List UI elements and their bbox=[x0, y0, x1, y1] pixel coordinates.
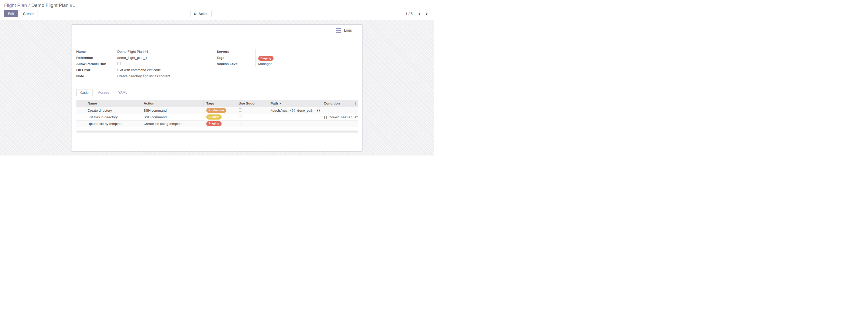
sort-desc-icon bbox=[279, 103, 281, 104]
use-sudo-checkbox[interactable] bbox=[239, 108, 242, 112]
field-value-note: Create directory and list its content bbox=[115, 73, 217, 79]
bottom-panel-edge bbox=[0, 154, 434, 156]
form-sheet-header: Logs bbox=[72, 25, 362, 36]
table-header-row: Name Action Tags Use Sudo Path Condition… bbox=[76, 100, 358, 107]
field-group-right: Servers Tags Staging Access Level Manage… bbox=[217, 49, 358, 79]
handle-cell bbox=[76, 107, 85, 114]
form-view-background: Logs Name Demo Flight Plan #1 Reference … bbox=[0, 20, 434, 154]
chevron-left-icon bbox=[418, 12, 421, 15]
cell-path bbox=[268, 120, 321, 127]
tab-code[interactable]: Code bbox=[76, 89, 93, 96]
ellipsis-vertical-icon: ⋮ bbox=[354, 102, 358, 106]
tab-access[interactable]: Access bbox=[94, 89, 113, 96]
field-value-access-level: Manager bbox=[255, 61, 358, 67]
field-value-servers bbox=[255, 49, 358, 55]
table-row[interactable]: List files in directory SSH command Cust… bbox=[76, 114, 358, 120]
breadcrumb-separator: / bbox=[27, 3, 31, 8]
tag-badge-staging: Staging bbox=[206, 121, 222, 126]
cell-tags: Staging bbox=[204, 120, 236, 127]
form-sheet: Logs Name Demo Flight Plan #1 Reference … bbox=[72, 25, 363, 151]
pager-next-button[interactable] bbox=[423, 10, 430, 17]
cell-action: SSH command bbox=[141, 114, 204, 120]
field-label: Name bbox=[76, 49, 115, 55]
column-options-button[interactable]: ⋮ bbox=[354, 100, 358, 107]
control-panel: Flight Plan/Demo Flight Plan #1 Edit Cre… bbox=[0, 0, 434, 20]
cell-use-sudo bbox=[236, 107, 268, 114]
cell-condition bbox=[321, 120, 358, 127]
column-header-action[interactable]: Action bbox=[141, 100, 204, 107]
allow-parallel-run-checkbox[interactable] bbox=[117, 62, 121, 65]
command-list: Name Action Tags Use Sudo Path Condition… bbox=[76, 100, 358, 133]
cell-path bbox=[268, 114, 321, 120]
action-button[interactable]: ⚙ Action bbox=[190, 10, 212, 17]
cell-name: List files in directory bbox=[85, 114, 141, 120]
tag-badge-staging: Staging bbox=[258, 56, 274, 61]
column-header-use-sudo[interactable]: Use Sudo bbox=[236, 100, 268, 107]
field-value-reference: demo_flight_plan_1 bbox=[115, 55, 217, 61]
form-sheet-body: Name Demo Flight Plan #1 Reference demo_… bbox=[72, 36, 362, 133]
cell-name: Upload file by template bbox=[85, 120, 141, 127]
use-sudo-checkbox[interactable] bbox=[239, 115, 242, 118]
field-value-name: Demo Flight Plan #1 bbox=[115, 49, 217, 55]
horizontal-scrollbar[interactable] bbox=[76, 131, 358, 133]
table-row[interactable]: Create directory SSH command Production … bbox=[76, 107, 358, 114]
breadcrumb-current: Demo Flight Plan #1 bbox=[31, 3, 75, 8]
field-label: On Error bbox=[76, 67, 115, 73]
cell-path: /such/much/{{ demo_path }} bbox=[268, 107, 321, 114]
use-sudo-checkbox[interactable] bbox=[239, 121, 242, 125]
breadcrumb: Flight Plan/Demo Flight Plan #1 bbox=[4, 0, 430, 8]
cell-condition bbox=[321, 107, 358, 114]
cell-use-sudo bbox=[236, 114, 268, 120]
field-label: Tags bbox=[217, 55, 255, 61]
logs-button-label: Logs bbox=[344, 28, 352, 32]
field-value-on-error: Exit with command exit code bbox=[115, 67, 217, 73]
cell-name: Create directory bbox=[85, 107, 141, 114]
breadcrumb-link-flight-plan[interactable]: Flight Plan bbox=[4, 3, 27, 8]
field-label: Allow Parallel Run bbox=[76, 61, 115, 67]
logs-bars-icon bbox=[336, 28, 341, 33]
cell-action: SSH command bbox=[141, 107, 204, 114]
column-header-condition[interactable]: Condition bbox=[321, 100, 354, 107]
field-label: Servers bbox=[217, 49, 255, 55]
tag-badge-custom: Custom bbox=[206, 114, 222, 119]
logs-button[interactable]: Logs bbox=[326, 25, 362, 36]
tab-yaml[interactable]: YAML bbox=[114, 89, 131, 96]
pager-count: 1 / 5 bbox=[405, 12, 413, 16]
column-header-tags[interactable]: Tags bbox=[204, 100, 236, 107]
field-label: Note bbox=[76, 73, 115, 79]
chevron-right-icon bbox=[425, 12, 427, 15]
cell-condition: {{ tower.server.sto bbox=[321, 114, 358, 120]
field-label: Reference bbox=[76, 55, 115, 61]
pager: 1 / 5 bbox=[405, 10, 430, 17]
cell-tags: Custom bbox=[204, 114, 236, 120]
column-header-name[interactable]: Name bbox=[85, 100, 141, 107]
cell-use-sudo bbox=[236, 120, 268, 127]
handle-cell bbox=[76, 120, 85, 127]
action-button-label: Action bbox=[199, 12, 209, 16]
cell-action: Create file using template bbox=[141, 120, 204, 127]
edit-button[interactable]: Edit bbox=[4, 10, 18, 17]
cell-tags: Production bbox=[204, 107, 236, 114]
handle-cell bbox=[76, 114, 85, 120]
table-row[interactable]: Upload file by template Create file usin… bbox=[76, 120, 358, 127]
field-group-left: Name Demo Flight Plan #1 Reference demo_… bbox=[76, 49, 217, 79]
tag-badge-production: Production bbox=[206, 108, 226, 113]
field-label: Access Level bbox=[217, 61, 255, 67]
column-header-path[interactable]: Path bbox=[268, 100, 321, 107]
pager-prev-button[interactable] bbox=[416, 10, 423, 17]
gear-icon: ⚙ bbox=[193, 12, 197, 16]
create-button[interactable]: Create bbox=[19, 10, 37, 17]
notebook-tabs: Code Access YAML bbox=[76, 89, 358, 96]
column-header-handle bbox=[76, 100, 85, 107]
